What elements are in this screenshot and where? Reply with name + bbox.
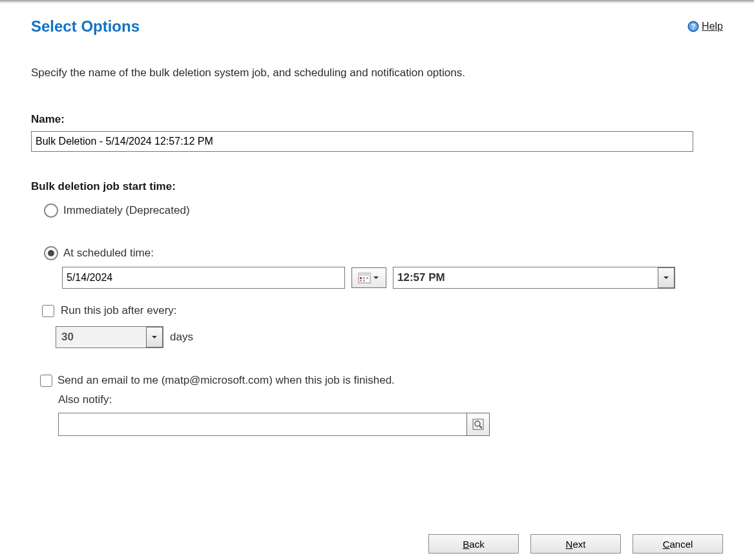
svg-rect-6 [363,277,365,279]
svg-text:?: ? [691,23,696,30]
next-button[interactable]: Next [530,534,621,554]
wizard-page: Select Options ? Help Specify the name o… [0,3,754,524]
interval-select[interactable]: 30 [56,326,163,348]
chevron-down-icon [662,274,670,282]
email-notify-row: Send an email to me (matp@microsoft.com)… [40,374,723,387]
svg-rect-8 [360,280,362,282]
schedule-controls: 12:57 PM [62,267,723,289]
lookup-button[interactable] [466,413,490,436]
cancel-button[interactable]: Cancel [633,534,723,554]
name-label: Name: [31,113,723,126]
calendar-picker-button[interactable] [351,267,386,288]
scheduled-radio-label: At scheduled time: [63,247,154,260]
interval-row: 30 days [56,326,723,348]
immediate-radio-row: Immediately (Deprecated) [44,203,723,218]
recur-row: Run this job after every: [42,304,723,317]
lookup-icon [472,418,485,431]
chevron-down-icon [372,274,380,282]
back-button[interactable]: Back [428,534,519,554]
name-input[interactable] [31,131,693,152]
page-description: Specify the name of the bulk deletion sy… [31,67,723,79]
scheduled-radio-row: At scheduled time: [44,246,723,260]
scheduled-radio[interactable] [44,246,58,260]
scheduled-time-dropdown-button[interactable] [658,267,675,288]
also-notify-label: Also notify: [58,393,723,406]
calendar-icon [358,272,371,284]
interval-value: 30 [61,331,74,344]
immediate-radio[interactable] [44,203,58,218]
scheduled-time-select[interactable]: 12:57 PM [393,267,675,289]
also-notify-input[interactable] [58,413,466,436]
help-link-label: Help [702,21,723,32]
svg-rect-4 [359,273,370,276]
chevron-down-icon [151,333,158,341]
email-notify-label: Send an email to me (matp@microsoft.com)… [58,374,395,387]
interval-unit-label: days [170,331,193,344]
scheduled-time-value: 12:57 PM [397,271,445,284]
svg-rect-9 [363,280,365,282]
also-notify-row [58,413,723,436]
svg-point-11 [475,421,480,426]
help-icon: ? [687,21,699,32]
svg-rect-7 [366,277,368,279]
recur-label: Run this job after every: [61,304,177,317]
header-row: Select Options ? Help [31,17,723,36]
email-notify-checkbox[interactable] [40,375,52,387]
help-link[interactable]: ? Help [687,21,723,32]
wizard-footer: Back Next Cancel [0,528,754,560]
start-time-label: Bulk deletion job start time: [31,180,723,193]
svg-line-12 [479,426,482,428]
scheduled-date-input[interactable] [62,267,345,289]
immediate-radio-label: Immediately (Deprecated) [63,204,190,217]
page-title: Select Options [31,17,140,36]
interval-dropdown-button[interactable] [146,327,163,347]
recur-checkbox[interactable] [42,305,54,317]
svg-rect-5 [360,277,362,279]
